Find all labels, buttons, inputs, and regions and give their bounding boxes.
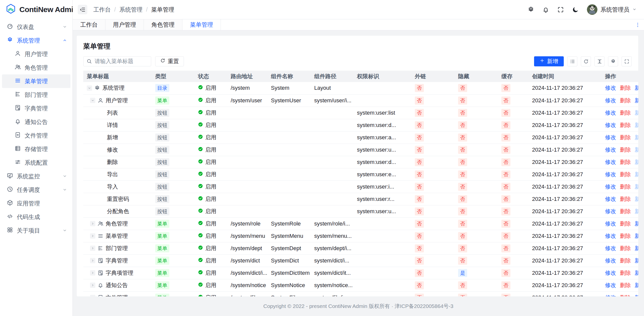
edit-link[interactable]: 修改: [605, 159, 616, 165]
tab[interactable]: 角色管理: [144, 19, 182, 30]
add-link[interactable]: 新增: [635, 245, 638, 251]
sidebar-item-users[interactable]: 角色管理: [2, 61, 70, 74]
delete-link[interactable]: 删除: [620, 245, 631, 251]
delete-link[interactable]: 删除: [620, 257, 631, 264]
list-button[interactable]: [567, 56, 577, 66]
fullscreen-button[interactable]: [557, 6, 564, 13]
edit-link[interactable]: 修改: [605, 233, 616, 239]
breadcrumb-item[interactable]: 系统管理: [119, 6, 142, 14]
sidebar-collapse-button[interactable]: [78, 5, 87, 14]
menu-title-cell: 字典项管理: [87, 267, 148, 279]
sidebar-item-cube[interactable]: 应用管理: [2, 197, 70, 210]
breadcrumb-item[interactable]: 工作台: [93, 6, 111, 14]
bell-button[interactable]: [542, 6, 549, 13]
row-expander[interactable]: [90, 98, 95, 103]
delete-link[interactable]: 删除: [620, 233, 631, 239]
tab[interactable]: 菜单管理: [182, 19, 221, 30]
edit-link[interactable]: 修改: [605, 257, 616, 264]
row-expander[interactable]: [87, 85, 92, 91]
edit-link[interactable]: 修改: [605, 245, 616, 251]
tab-more-button[interactable]: [635, 19, 640, 30]
sidebar-item-dict[interactable]: 字典管理: [2, 102, 70, 115]
refresh-button[interactable]: [581, 56, 591, 66]
delete-link[interactable]: 删除: [620, 159, 631, 165]
tab[interactable]: 工作台: [73, 19, 105, 30]
sidebar-item-code[interactable]: 代码生成: [2, 210, 70, 224]
edit-link[interactable]: 修改: [605, 147, 616, 153]
cell-cache: 否: [498, 230, 529, 242]
cell-path: system/file/in...: [311, 291, 353, 296]
edit-link[interactable]: 修改: [605, 85, 616, 91]
reset-button[interactable]: 重置: [155, 56, 184, 66]
edit-link[interactable]: 修改: [605, 171, 616, 177]
cell-hidden: 否: [455, 156, 498, 168]
add-button[interactable]: 新增: [534, 56, 564, 66]
edit-link[interactable]: 修改: [605, 208, 616, 214]
sidebar-item-tree[interactable]: 部门管理: [2, 88, 70, 102]
cell-actions: 修改删除新增: [601, 119, 638, 131]
delete-link[interactable]: 删除: [620, 208, 631, 214]
row-expander[interactable]: [90, 221, 95, 226]
add-link[interactable]: 新增: [635, 282, 638, 288]
sidebar-item-bell[interactable]: 通知公告: [2, 115, 70, 129]
gear-button[interactable]: [528, 6, 534, 13]
edit-link[interactable]: 修改: [605, 220, 616, 227]
edit-link[interactable]: 修改: [605, 184, 616, 190]
sidebar-item-storage[interactable]: 存储管理: [2, 142, 70, 156]
add-link[interactable]: 新增: [635, 294, 638, 297]
delete-link[interactable]: 删除: [620, 122, 631, 128]
add-link[interactable]: 新增: [635, 220, 638, 227]
add-link[interactable]: 新增: [635, 257, 638, 264]
delete-link[interactable]: 删除: [620, 85, 631, 91]
delete-link[interactable]: 删除: [620, 110, 631, 116]
row-expander[interactable]: [90, 233, 95, 239]
moon-button[interactable]: [572, 6, 579, 13]
add-link[interactable]: 新增: [635, 85, 638, 91]
sidebar-item-sliders[interactable]: 系统配置: [2, 156, 70, 169]
topbar: 工作台/系统管理/菜单管理 系统管理员: [73, 0, 644, 19]
edit-link[interactable]: 修改: [605, 270, 616, 276]
edit-link[interactable]: 修改: [605, 110, 616, 116]
sidebar-item-user[interactable]: 用户管理: [2, 47, 70, 61]
sidebar-item-gear[interactable]: 系统管理: [2, 34, 70, 47]
breadcrumb-item[interactable]: 菜单管理: [151, 6, 174, 14]
delete-link[interactable]: 删除: [620, 294, 631, 297]
edit-link[interactable]: 修改: [605, 196, 616, 202]
delete-link[interactable]: 删除: [620, 184, 631, 190]
add-link[interactable]: 新增: [635, 270, 638, 276]
row-expander[interactable]: [90, 283, 95, 288]
row-expander[interactable]: [90, 246, 95, 251]
delete-link[interactable]: 删除: [620, 147, 631, 153]
sidebar-item-menu[interactable]: 菜单管理: [2, 74, 70, 88]
edit-link[interactable]: 修改: [605, 294, 616, 297]
edit-link[interactable]: 修改: [605, 282, 616, 288]
delete-link[interactable]: 删除: [620, 282, 631, 288]
sidebar-item-clock[interactable]: 任务调度: [2, 183, 70, 197]
add-link[interactable]: 新增: [635, 233, 638, 239]
edit-link[interactable]: 修改: [605, 134, 616, 141]
delete-link[interactable]: 删除: [620, 220, 631, 227]
sidebar-item-monitor[interactable]: 系统监控: [2, 169, 70, 183]
sidebar-item-dashboard[interactable]: 仪表盘: [2, 20, 70, 34]
line-height-button[interactable]: [594, 56, 605, 66]
status-label: 启用: [205, 183, 216, 191]
gear-button[interactable]: [608, 56, 618, 66]
row-expander[interactable]: [90, 258, 95, 263]
type-badge: 按钮: [155, 195, 169, 203]
delete-link[interactable]: 删除: [620, 134, 631, 141]
tab[interactable]: 用户管理: [105, 19, 144, 30]
fullscreen-button[interactable]: [622, 56, 632, 66]
add-link[interactable]: 新增: [635, 97, 638, 104]
user-menu[interactable]: 系统管理员: [587, 4, 636, 15]
delete-link[interactable]: 删除: [620, 171, 631, 177]
delete-link[interactable]: 删除: [620, 196, 631, 202]
sidebar-item-file[interactable]: 文件管理: [2, 129, 70, 142]
search-input[interactable]: [83, 56, 151, 66]
edit-link[interactable]: 修改: [605, 122, 616, 128]
row-expander[interactable]: [90, 270, 95, 276]
cell-external: 否: [411, 205, 455, 217]
delete-link[interactable]: 删除: [620, 270, 631, 276]
delete-link[interactable]: 删除: [620, 97, 631, 104]
edit-link[interactable]: 修改: [605, 97, 616, 104]
sidebar-item-grid[interactable]: 关于项目: [2, 224, 70, 237]
